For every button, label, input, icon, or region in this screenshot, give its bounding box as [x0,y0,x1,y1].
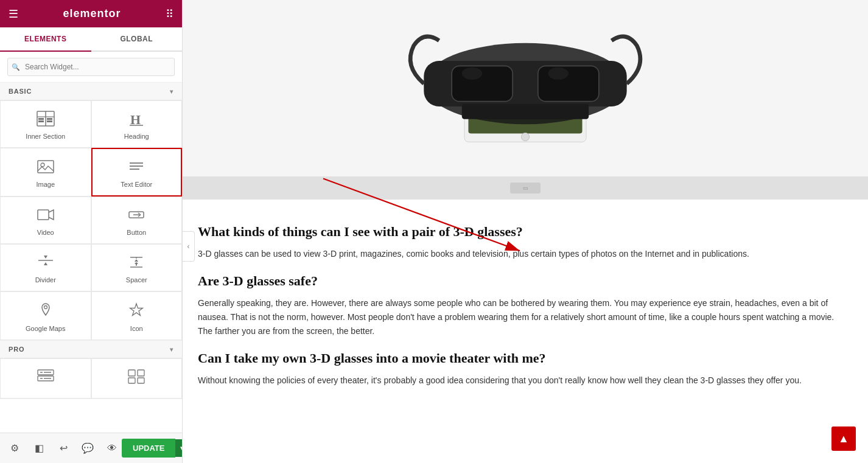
right-panel: ‹ [183,0,868,463]
svg-point-49 [462,68,482,80]
drag-handle-icon[interactable]: ▭ [510,183,541,193]
widget-divider[interactable]: Divider [0,244,91,291]
svg-rect-5 [47,118,52,120]
widget-icon[interactable]: Icon [91,291,183,340]
widgets-area: BASIC ▾ Inner Section [0,83,182,433]
apps-icon[interactable]: ⠿ [166,7,173,21]
svg-rect-3 [38,118,44,120]
svg-marker-25 [135,259,138,262]
pro-section-header[interactable]: PRO ▾ [0,341,182,358]
app-title: elementor [63,7,121,20]
article-paragraph-2: Generally speaking, they are. However, t… [198,296,837,338]
widget-inner-section[interactable]: Inner Section [0,100,91,148]
widget-icon-label: Icon [130,325,143,332]
widget-heading[interactable]: H Heading [91,100,183,148]
widget-google-maps-label: Google Maps [26,325,65,332]
panel-collapse-handle[interactable]: ‹ [183,231,195,262]
svg-rect-36 [128,378,135,383]
basic-section-label: BASIC [9,88,32,95]
basic-widget-grid: Inner Section H Heading [0,100,182,341]
widget-button-label: Button [127,229,146,236]
svg-rect-35 [138,370,144,376]
tab-elements[interactable]: ELEMENTS [0,27,91,52]
panel-tabs: ELEMENTS GLOBAL [0,27,182,52]
svg-rect-4 [38,120,44,122]
maps-icon [37,302,54,321]
widget-video[interactable]: Video [0,197,91,244]
tab-global[interactable]: GLOBAL [91,27,183,50]
scroll-to-top-button[interactable]: ▲ [831,426,856,451]
eye-icon[interactable]: 👁 [102,439,122,458]
update-button[interactable]: UPDATE [122,439,175,458]
pro-chevron-down-icon: ▾ [170,346,173,353]
svg-point-50 [548,68,569,80]
svg-rect-47 [452,66,513,101]
spacer-icon [127,254,145,273]
article-paragraph-1: 3-D glasses can be used to view 3-D prin… [198,247,837,261]
svg-point-27 [44,306,47,309]
pro-list-icon [37,369,55,387]
search-input[interactable] [7,58,175,76]
left-panel: ☰ elementor ⠿ ELEMENTS GLOBAL BASIC ▾ [0,0,183,463]
update-dropdown-button[interactable]: ▾ [175,439,183,457]
svg-rect-14 [38,210,49,220]
widget-search-area [0,52,182,83]
svg-rect-48 [538,66,599,101]
widget-divider-label: Divider [35,276,56,284]
widget-image-label: Image [36,181,55,188]
basic-section-header[interactable]: BASIC ▾ [0,83,182,100]
divider-icon [37,254,55,273]
image-icon [37,159,55,177]
article-content: What kinds of things can I see with a pa… [183,200,852,420]
svg-point-44 [521,133,529,141]
article-heading-1: What kinds of things can I see with a pa… [198,224,837,240]
layers-icon[interactable]: ◧ [29,439,49,458]
pro-widget-grid [0,358,182,399]
pro-section-label: PRO [9,346,24,353]
svg-rect-34 [128,370,135,376]
settings-icon[interactable]: ⚙ [5,439,24,458]
panel-topbar: ☰ elementor ⠿ [0,0,182,27]
widget-pro-1[interactable] [0,358,91,399]
comments-icon[interactable]: 💬 [78,439,97,458]
text-editor-icon [127,159,145,177]
widget-image[interactable]: Image [0,148,91,197]
widget-video-label: Video [37,229,54,236]
icon-icon [128,302,145,321]
vr-headset-image [373,6,677,176]
content-divider-bar: ▭ [183,176,868,200]
svg-rect-9 [38,161,54,173]
article-paragraph-3: Without knowing the policies of every th… [198,374,837,388]
svg-rect-37 [138,378,144,383]
button-icon [127,207,145,225]
widget-button[interactable]: Button [91,197,183,244]
history-icon[interactable]: ↩ [54,439,73,458]
article-heading-3: Can I take my own 3-D glasses into a mov… [198,350,837,366]
widget-spacer[interactable]: Spacer [91,244,183,291]
content-image-area [183,0,868,176]
bottom-icon-group: ⚙ ◧ ↩ 💬 👁 [5,439,122,458]
svg-marker-26 [135,263,138,265]
hamburger-icon[interactable]: ☰ [9,7,18,21]
article-heading-2: Are 3-D glasses safe? [198,273,837,289]
chevron-down-icon: ▾ [170,88,173,95]
heading-icon: H [128,111,145,129]
widget-spacer-label: Spacer [126,276,147,284]
pro-grid-icon [127,369,145,387]
svg-marker-20 [44,262,47,265]
widget-google-maps[interactable]: Google Maps [0,291,91,340]
svg-point-10 [41,163,44,167]
svg-rect-51 [462,104,589,119]
svg-text:H: H [130,112,141,127]
update-button-group: UPDATE ▾ [122,439,183,458]
inner-section-icon [37,111,55,129]
panel-bottom-bar: ⚙ ◧ ↩ 💬 👁 UPDATE ▾ [0,433,182,463]
widget-text-editor[interactable]: Text Editor [91,148,183,197]
widget-pro-2[interactable] [91,358,183,399]
widget-heading-label: Heading [124,133,149,140]
widget-inner-section-label: Inner Section [26,133,65,140]
video-icon [37,207,55,225]
svg-rect-6 [47,120,52,122]
widget-text-editor-label: Text Editor [121,181,152,188]
svg-marker-21 [44,256,47,259]
